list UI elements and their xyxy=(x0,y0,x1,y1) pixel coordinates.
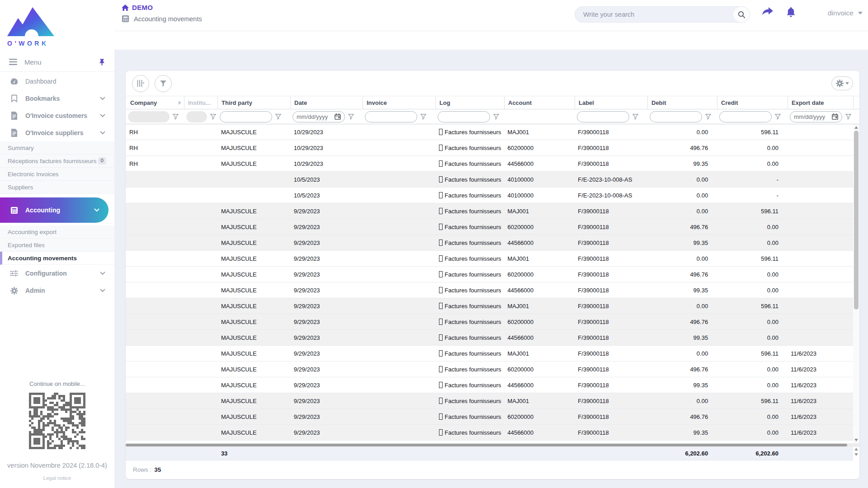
sidebar-item-accounting-export[interactable]: Accounting export xyxy=(0,225,114,239)
table-row[interactable]: MAJUSCULE9/29/2023Factures fournisseurs4… xyxy=(126,330,853,346)
table-row[interactable]: MAJUSCULE9/29/2023Factures fournisseurs6… xyxy=(126,314,853,330)
filter-funnel-icon[interactable] xyxy=(173,114,179,120)
filter-input-invoice[interactable] xyxy=(365,111,417,122)
mobile-text: Continue on mobile... xyxy=(0,380,114,387)
vertical-scrollbar-thumb[interactable] xyxy=(854,131,859,310)
column-header-institution[interactable]: Institu... xyxy=(184,96,217,109)
table-row[interactable]: RHMAJUSCULE10/29/2023Factures fournisseu… xyxy=(126,140,853,156)
sidebar-item-accounting[interactable]: Accounting xyxy=(0,197,108,223)
scroll-up-arrow[interactable] xyxy=(854,126,858,129)
date-filter-input-export_date[interactable]: mm/dd/yyyy xyxy=(790,111,842,122)
filter-funnel-icon[interactable] xyxy=(845,114,851,120)
cell-institution xyxy=(184,282,217,298)
filter-input-third_party[interactable] xyxy=(220,111,272,122)
search-input[interactable] xyxy=(575,11,733,18)
pin-icon[interactable] xyxy=(99,58,105,66)
filter-input-debit[interactable] xyxy=(650,111,702,122)
column-header-credit[interactable]: Credit xyxy=(717,96,788,109)
sidebar-item-accounting-movements[interactable]: Accounting movements xyxy=(0,252,114,265)
filter-funnel-icon[interactable] xyxy=(775,114,781,120)
columns-button[interactable] xyxy=(132,75,149,92)
cell-label: F/39000118 xyxy=(574,203,647,219)
table-row[interactable]: RHMAJUSCULE10/29/2023Factures fournisseu… xyxy=(126,156,853,172)
sidebar-item-admin[interactable]: Admin xyxy=(0,282,114,299)
scroll-down-arrow[interactable] xyxy=(854,439,858,441)
sidebar-item-oinvoice-customers[interactable]: O'Invoice customers xyxy=(0,107,114,124)
filter-input-credit[interactable] xyxy=(719,111,772,122)
caret-down-icon xyxy=(845,82,849,84)
cell-log: Factures fournisseurs xyxy=(435,267,504,282)
table-row[interactable]: MAJUSCULE9/29/2023Factures fournisseurs4… xyxy=(126,235,853,251)
filter-input-company[interactable] xyxy=(128,111,170,122)
horizontal-scrollbar[interactable] xyxy=(126,443,859,447)
sidebar-item-configuration[interactable]: Configuration xyxy=(0,265,114,282)
filter-funnel-icon[interactable] xyxy=(348,114,354,120)
cell-debit: 99.35 xyxy=(647,156,717,171)
search-icon[interactable] xyxy=(733,7,750,22)
filter-funnel-icon[interactable] xyxy=(705,114,711,120)
sidebar-item-summary[interactable]: Summary xyxy=(0,141,114,155)
date-filter-input-date[interactable]: mm/dd/yyyy xyxy=(292,111,345,122)
bell-icon[interactable] xyxy=(786,7,796,19)
cell-export_date xyxy=(787,172,853,187)
table-row[interactable]: RHMAJUSCULE10/29/2023Factures fournisseu… xyxy=(126,124,853,140)
table-row[interactable]: MAJUSCULE9/29/2023Factures fournisseurs4… xyxy=(126,282,853,298)
filter-button[interactable] xyxy=(155,75,172,92)
table-row[interactable]: MAJUSCULE9/29/2023Factures fournisseurs6… xyxy=(126,409,853,425)
column-header-label[interactable]: Label xyxy=(575,96,647,109)
table-row[interactable]: MAJUSCULE9/29/2023Factures fournisseurs6… xyxy=(126,219,853,235)
filter-funnel-icon[interactable] xyxy=(420,114,426,120)
table-row[interactable]: 10/5/2023Factures fournisseurs40100000F/… xyxy=(126,172,853,188)
footer-scroll-arrows[interactable] xyxy=(854,448,858,456)
user-menu[interactable]: dinvoice xyxy=(828,9,863,17)
rows-count-value: 35 xyxy=(154,466,161,473)
settings-button[interactable] xyxy=(831,76,853,90)
column-header-log[interactable]: Log xyxy=(435,96,504,109)
bookmark-icon xyxy=(9,94,19,103)
table-row[interactable]: MAJUSCULE9/29/2023Factures fournisseursM… xyxy=(126,298,853,314)
filter-input-log[interactable] xyxy=(438,111,490,122)
column-header-company[interactable]: Company xyxy=(126,96,184,109)
filter-input-label[interactable] xyxy=(577,111,629,122)
legal-notice-link[interactable]: Legal notice xyxy=(0,475,114,481)
table-row[interactable]: MAJUSCULE9/29/2023Factures fournisseursM… xyxy=(126,203,853,219)
table-row[interactable]: MAJUSCULE9/29/2023Factures fournisseurs6… xyxy=(126,267,853,282)
cell-invoice xyxy=(363,346,435,361)
table-row[interactable]: MAJUSCULE9/29/2023Factures fournisseurs6… xyxy=(126,361,853,377)
column-header-invoice[interactable]: Invoice xyxy=(363,96,435,109)
table-row[interactable]: MAJUSCULE9/29/2023Factures fournisseurs4… xyxy=(126,377,853,393)
sidebar-item-bookmarks[interactable]: Bookmarks xyxy=(0,90,114,107)
hamburger-icon[interactable] xyxy=(9,59,17,65)
sidebar-menu-bar[interactable]: Menu xyxy=(0,52,114,71)
sidebar-item-oinvoice-suppliers[interactable]: O'Invoice suppliers xyxy=(0,124,114,141)
table-row[interactable]: MAJUSCULE9/29/2023Factures fournisseurs4… xyxy=(126,425,853,441)
filter-funnel-icon[interactable] xyxy=(632,114,638,120)
vertical-scrollbar[interactable] xyxy=(853,124,859,443)
filter-funnel-icon[interactable] xyxy=(210,114,216,120)
sidebar-item-suppliers[interactable]: Suppliers xyxy=(0,181,114,194)
sidebar-item-exported-files[interactable]: Exported files xyxy=(0,239,114,252)
table-row[interactable]: MAJUSCULE9/29/2023Factures fournisseursM… xyxy=(126,346,853,361)
column-header-date[interactable]: Date xyxy=(290,96,363,109)
horizontal-scrollbar-thumb[interactable] xyxy=(126,444,847,446)
filter-funnel-icon[interactable] xyxy=(275,114,281,120)
filter-funnel-icon[interactable] xyxy=(493,114,499,120)
share-icon[interactable] xyxy=(762,7,774,19)
column-header-export_date[interactable]: Export date xyxy=(788,96,854,109)
sidebar-item-electronic-invoices[interactable]: Electronic Invoices xyxy=(0,168,114,181)
table-row[interactable]: MAJUSCULE9/29/2023Factures fournisseursM… xyxy=(126,251,853,267)
cell-account: 44566000 xyxy=(504,330,574,345)
table-row[interactable]: MAJUSCULE9/29/2023Factures fournisseursM… xyxy=(126,393,853,409)
cell-account: 44566000 xyxy=(504,235,574,250)
column-header-debit[interactable]: Debit xyxy=(647,96,717,109)
cell-third_party: MAJUSCULE xyxy=(217,282,290,298)
sidebar-item-receptions-factures-fournisseurs[interactable]: Réceptions factures fournisseurs0 xyxy=(0,155,114,168)
column-header-account[interactable]: Account xyxy=(504,96,575,109)
breadcrumb-primary[interactable]: DEMO xyxy=(132,4,153,11)
filter-input-institution[interactable] xyxy=(186,111,207,122)
count-badge: 0 xyxy=(98,157,106,164)
column-header-third_party[interactable]: Third party xyxy=(217,96,290,109)
table-row[interactable]: 10/5/2023Factures fournisseurs40100000F/… xyxy=(126,188,853,203)
cell-debit: 0.00 xyxy=(647,188,717,203)
sidebar-item-dashboard[interactable]: Dashboard xyxy=(0,73,114,90)
